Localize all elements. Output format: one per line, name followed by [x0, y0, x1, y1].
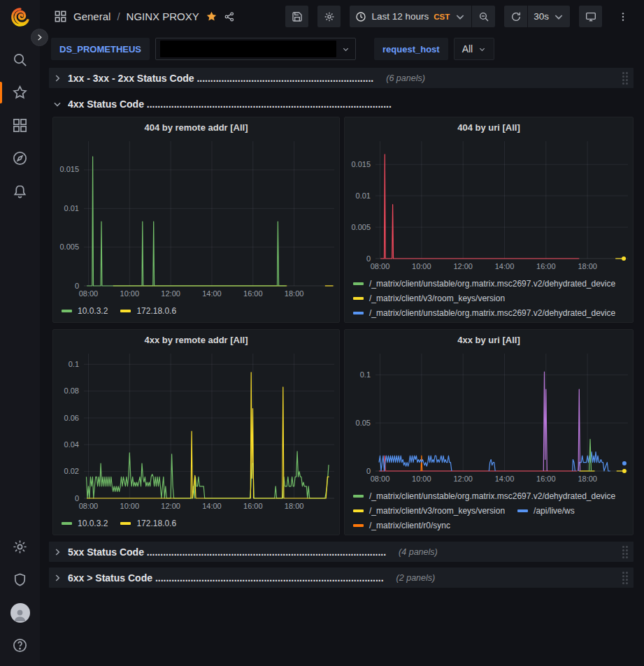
timeseries-chart[interactable]: 08:0010:0012:0014:0016:0018:0000.020.040…: [53, 350, 339, 513]
legend-label: 172.18.0.6: [136, 306, 176, 316]
legend-label: /_matrix/client/v3/room_keys/version: [369, 323, 505, 324]
row-6xx[interactable]: 6xx > Status Code ......................…: [49, 567, 634, 588]
svg-text:0.05: 0.05: [356, 419, 371, 427]
breadcrumb-section[interactable]: General: [73, 10, 110, 22]
legend-item[interactable]: /_matrix/client/v3/room_keys/version: [353, 291, 505, 305]
sidebar-item-alerting-bell[interactable]: [0, 175, 40, 208]
svg-text:16:00: 16:00: [243, 502, 263, 510]
request-host-value: All: [462, 43, 473, 55]
svg-text:14:00: 14:00: [495, 262, 515, 270]
svg-text:08:00: 08:00: [371, 475, 390, 483]
refresh-button[interactable]: [504, 6, 527, 27]
panel-title[interactable]: 404 by remote addr [All]: [53, 117, 339, 138]
legend-item[interactable]: /_matrix/client/v3/room_keys/version: [353, 320, 505, 323]
legend-label: /_matrix/client/unstable/org.matrix.msc2…: [369, 535, 615, 536]
svg-text:0: 0: [366, 254, 371, 263]
legend-item[interactable]: 10.0.3.2: [62, 303, 108, 318]
user-avatar: [10, 603, 30, 623]
legend-label: /_matrix/client/unstable/org.matrix.msc2…: [369, 308, 615, 318]
timeseries-chart[interactable]: 08:0010:0012:0014:0016:0018:0000.0050.01…: [345, 138, 633, 273]
gear-icon: [324, 11, 335, 22]
legend-item[interactable]: /_matrix/client/v3/room_keys/version: [353, 503, 505, 518]
breadcrumb-title[interactable]: NGINX PROXY: [127, 10, 199, 22]
grafana-logo[interactable]: [10, 7, 31, 28]
legend-item[interactable]: /_matrix/client/r0/sync: [353, 518, 450, 533]
sidebar-item-star[interactable]: [0, 76, 40, 109]
svg-text:12:00: 12:00: [161, 289, 180, 298]
panel-grid: 404 by remote addr [All] 08:0010:0012:00…: [52, 117, 634, 535]
panel-title[interactable]: 4xx by uri [All]: [345, 330, 633, 350]
svg-text:10:00: 10:00: [120, 502, 140, 510]
row-panel-count: (4 panels): [399, 547, 438, 557]
chevron-down-icon: [52, 99, 62, 109]
svg-text:18:00: 18:00: [285, 289, 304, 298]
row-5xx[interactable]: 5xx Status Code ........................…: [49, 542, 634, 562]
sidebar-item-user-avatar[interactable]: [0, 596, 40, 629]
breadcrumb: General / NGINX PROXY: [54, 10, 235, 23]
panel-4xx-by-remote-addr: 4xx by remote addr [All] 08:0010:0012:00…: [52, 329, 340, 535]
legend-item[interactable]: /api/live/ws: [517, 503, 575, 518]
panel-title[interactable]: 404 by uri [All]: [345, 117, 633, 138]
share-icon[interactable]: [224, 11, 235, 22]
legend-label: /_matrix/client/unstable/org.matrix.msc2…: [369, 279, 615, 289]
refresh-controls: 30s: [504, 6, 570, 27]
favorite-star-icon[interactable]: [206, 10, 217, 22]
legend-swatch: [517, 509, 528, 512]
panel-legend: /_matrix/client/unstable/org.matrix.msc2…: [345, 273, 633, 323]
legend-item[interactable]: /_matrix/client/unstable/org.matrix.msc2…: [353, 533, 615, 535]
legend-item[interactable]: 172.18.0.6: [120, 516, 176, 530]
datasource-select[interactable]: [155, 38, 356, 60]
legend-item[interactable]: /sw.js: [517, 320, 554, 323]
timeseries-chart[interactable]: 08:0010:0012:0014:0016:0018:0000.0050.01…: [53, 138, 339, 301]
request-host-select[interactable]: All: [454, 38, 495, 60]
legend-item[interactable]: 172.18.0.6: [120, 303, 176, 318]
svg-text:12:00: 12:00: [453, 262, 473, 270]
legend-item[interactable]: /_matrix/client/unstable/org.matrix.msc2…: [353, 305, 615, 320]
dashboard-settings-button[interactable]: [317, 6, 341, 27]
variables-row: DS_PROMETHEUS request_host All: [40, 33, 644, 65]
legend-label: /sw.js: [534, 323, 554, 324]
legend-swatch: [353, 282, 364, 285]
shield-icon: [12, 572, 28, 588]
datasource-value-redacted: [160, 41, 336, 57]
sidebar-item-dashboards-grid[interactable]: [0, 109, 40, 142]
explore-compass-icon: [12, 150, 28, 166]
row-drag-handle[interactable]: [622, 546, 628, 558]
legend-item[interactable]: /_matrix/client/unstable/org.matrix.msc2…: [353, 488, 615, 503]
time-range-picker[interactable]: Last 12 hours CST: [350, 6, 471, 27]
timeseries-chart[interactable]: 08:0010:0012:0014:0016:0018:0000.050.1: [345, 350, 633, 486]
row-1xx-3xx-2xx[interactable]: 1xx - 3xx - 2xx Status Code ............…: [49, 68, 634, 88]
legend-item[interactable]: 10.0.3.2: [62, 516, 108, 530]
panel-title[interactable]: 4xx by remote addr [All]: [53, 330, 339, 350]
sidebar: [0, 0, 40, 666]
svg-text:0: 0: [75, 494, 79, 502]
row-drag-handle[interactable]: [622, 72, 628, 85]
kebab-menu-button[interactable]: [611, 6, 634, 27]
sidebar-expand-button[interactable]: [31, 29, 48, 46]
save-dashboard-button[interactable]: [285, 6, 308, 27]
zoom-out-time-button[interactable]: [472, 6, 495, 27]
svg-text:10:00: 10:00: [412, 262, 431, 270]
sidebar-item-shield[interactable]: [0, 563, 40, 596]
panel-404-by-uri: 404 by uri [All] 08:0010:0012:0014:0016:…: [344, 117, 634, 323]
refresh-interval-picker[interactable]: 30s: [528, 6, 570, 27]
request-host-label: request_host: [374, 38, 448, 60]
svg-text:12:00: 12:00: [453, 475, 473, 483]
tv-mode-button[interactable]: [579, 6, 602, 27]
legend-swatch: [120, 310, 131, 312]
sidebar-item-explore-compass[interactable]: [0, 142, 40, 175]
sidebar-item-gear[interactable]: [0, 530, 40, 563]
dashboards-grid-icon: [54, 10, 67, 23]
row-panel-count: (6 panels): [386, 73, 425, 83]
row-4xx[interactable]: 4xx Status Code ........................…: [49, 94, 634, 114]
svg-text:0.005: 0.005: [59, 242, 79, 251]
sidebar-item-search[interactable]: [0, 43, 40, 76]
chevron-down-icon: [342, 45, 350, 53]
row-drag-handle[interactable]: [622, 572, 628, 584]
legend-label: /api/live/ws: [534, 506, 575, 516]
row-title: 1xx - 3xx - 2xx Status Code ............…: [68, 73, 373, 84]
svg-text:08:00: 08:00: [79, 289, 99, 298]
sidebar-item-help[interactable]: [0, 629, 40, 662]
timezone-label: CST: [434, 13, 450, 21]
legend-item[interactable]: /_matrix/client/unstable/org.matrix.msc2…: [353, 276, 615, 291]
